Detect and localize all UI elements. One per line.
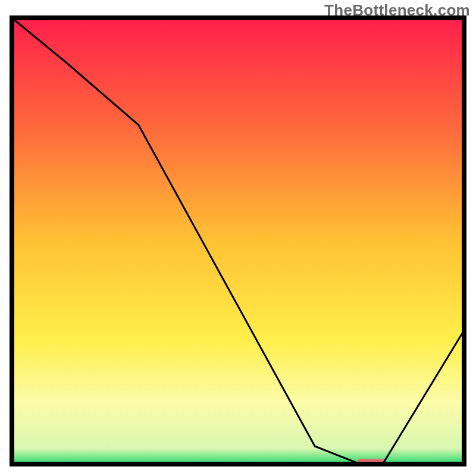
chart-background [12, 18, 464, 464]
bottleneck-chart [0, 0, 476, 476]
chart-stage: TheBottleneck.com [0, 0, 476, 476]
